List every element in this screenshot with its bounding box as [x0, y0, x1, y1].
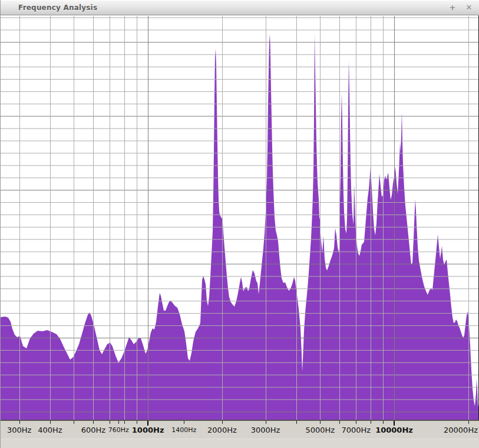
window-bottom-band	[1, 439, 479, 448]
axis-label-1400: 1400Hz	[171, 426, 196, 434]
axis-tick	[137, 421, 137, 424]
axis-label-10000: 10000Hz	[375, 426, 413, 434]
axis-tick	[184, 421, 184, 424]
frequency-analysis-window: Frequency Analysis + ✕ 300Hz400Hz600Hz76…	[0, 0, 479, 448]
frequency-axis: 300Hz400Hz600Hz760Hz1000Hz1400Hz2000Hz30…	[1, 420, 479, 439]
axis-label-1000: 1000Hz	[132, 426, 164, 434]
axis-tick	[93, 421, 94, 424]
axis-tick	[356, 421, 356, 424]
spectrum-plot-area[interactable]	[1, 15, 479, 420]
axis-tick	[118, 421, 119, 424]
axis-tick	[74, 421, 74, 424]
axis-tick-major	[147, 421, 148, 426]
axis-label-600: 600Hz	[81, 426, 105, 434]
close-icon[interactable]: ✕	[464, 2, 474, 13]
axis-tick	[339, 421, 340, 424]
axis-tick	[124, 421, 125, 424]
axis-tick	[383, 421, 384, 424]
axis-label-400: 400Hz	[38, 426, 62, 434]
window-title: Frequency Analysis	[18, 4, 97, 12]
axis-label-760: 760Hz	[108, 426, 129, 434]
spectrum-fill	[1, 33, 479, 420]
axis-tick	[222, 421, 223, 424]
axis-label-300: 300Hz	[7, 426, 31, 434]
axis-tick-major	[394, 421, 395, 426]
titlebar[interactable]: Frequency Analysis + ✕	[1, 0, 479, 15]
axis-label-20000: 20000Hz	[444, 426, 478, 434]
axis-tick	[371, 421, 371, 424]
axis-tick	[19, 421, 20, 424]
axis-label-7000: 7000Hz	[341, 426, 371, 434]
axis-tick	[320, 421, 321, 424]
axis-tick	[110, 421, 110, 424]
spectrum-canvas	[1, 15, 479, 420]
axis-label-5000: 5000Hz	[305, 426, 335, 434]
axis-tick	[266, 421, 266, 424]
axis-label-2000: 2000Hz	[207, 426, 237, 434]
axis-tick	[50, 421, 51, 424]
axis-tick	[296, 421, 297, 424]
add-icon[interactable]: +	[447, 2, 458, 13]
axis-tick	[468, 421, 469, 424]
axis-label-3000: 3000Hz	[251, 426, 280, 434]
